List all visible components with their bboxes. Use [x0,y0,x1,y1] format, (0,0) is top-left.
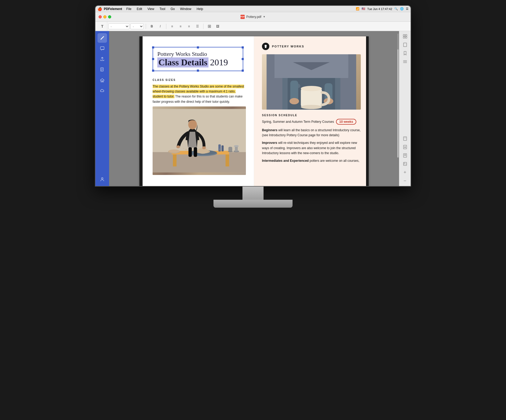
align-right-button[interactable]: ≡ [185,23,193,30]
handle-tr[interactable] [242,46,244,48]
black-bar-right [366,36,369,186]
right-sidebar-download-icon[interactable] [402,144,408,150]
handle-ml[interactable] [152,58,154,60]
sidebar-user-icon[interactable] [98,174,107,184]
svg-rect-54 [405,37,407,38]
svg-point-32 [219,149,220,150]
sidebar-cloud-icon[interactable] [98,86,107,95]
menu-file[interactable]: File [125,7,132,11]
svg-point-5 [101,178,103,179]
svg-rect-26 [188,147,192,157]
menu-search-icon[interactable]: 🔍 [394,7,398,11]
toolbar-divider-1 [146,24,146,29]
title-text-box[interactable]: Pottery Works Studio Class Details 2019 [153,47,243,71]
session-subtitle: Spring, Summer and Autumn Term Pottery C… [262,119,361,125]
menu-help[interactable]: Help [196,7,204,11]
minimize-button[interactable] [103,15,106,18]
improvers-label: Improvers [262,141,277,145]
right-sidebar-bookmark-icon[interactable] [402,50,408,56]
svg-rect-10 [173,154,177,166]
font-size-select[interactable]: - [130,23,144,29]
svg-point-24 [176,145,180,148]
svg-point-25 [202,146,206,149]
svg-point-20 [234,145,239,147]
handle-tl[interactable] [152,46,154,48]
close-button[interactable] [99,15,102,18]
menu-tool[interactable]: Tool [158,7,166,11]
app-name[interactable]: PDFelement [104,7,122,11]
pdf-page: Pottery Works Studio Class Details 2019 … [139,36,369,186]
session-section: SESSION SCHEDULE Spring, Summer and Autu… [262,114,361,163]
bold-button[interactable]: B [148,23,155,30]
table-button[interactable]: ⊞ [206,23,213,30]
sidebar-share-icon[interactable] [98,54,107,64]
toolbar-text-group: T [98,22,107,31]
text-tool-button[interactable]: T [99,23,106,30]
svg-point-31 [183,148,184,149]
right-sidebar-grid-icon[interactable] [402,33,408,40]
svg-point-30 [185,149,187,150]
maximize-button[interactable] [108,15,111,18]
mug-image [262,54,361,110]
align-left-button[interactable]: ≡ [168,23,176,30]
svg-rect-29 [221,145,223,151]
monitor-neck [242,187,264,200]
svg-rect-45 [301,89,322,107]
session-schedule-heading: SESSION SCHEDULE [262,114,361,117]
apple-menu[interactable]: 🍎 [98,7,102,11]
handle-bl[interactable] [152,70,154,72]
right-sidebar-page-icon[interactable] [402,42,408,48]
scroll-thumb[interactable] [397,34,398,50]
image-button[interactable]: 🖼 [214,23,221,30]
handle-br[interactable] [242,70,244,72]
pottery-logo-text: POTTERY WORKS [272,45,304,48]
font-family-select[interactable]: - [108,23,129,29]
titlebar: PDF Pottery.pdf ▼ [95,12,411,22]
italic-button[interactable]: I [157,23,164,30]
beginners-label: Beginners [262,128,278,132]
svg-point-23 [188,120,197,129]
page-left: Pottery Works Studio Class Details 2019 … [139,36,254,186]
menu-view[interactable]: View [146,7,155,11]
chevron-down-icon[interactable]: ▼ [263,15,266,18]
sidebar-left [95,31,109,186]
align-justify-button[interactable]: ☰ [194,23,201,30]
sidebar-pages-icon[interactable] [98,65,107,74]
app-window: PDF Pottery.pdf ▼ T - - B I [95,12,411,186]
pottery-logo: POTTERY WORKS [262,43,361,50]
right-sidebar-lines-icon[interactable] [402,58,408,65]
sidebar-home-icon[interactable] [98,75,107,85]
right-sidebar-minus-icon[interactable]: − [402,178,408,184]
right-sidebar-upload-icon[interactable] [402,152,408,159]
title-class-details: Class Details [157,57,208,67]
pdf-area[interactable]: Pottery Works Studio Class Details 2019 … [109,31,399,186]
svg-point-43 [290,98,299,104]
svg-point-46 [301,86,322,91]
sidebar-edit-icon[interactable] [98,33,107,43]
titlebar-center: PDF Pottery.pdf ▼ [240,15,265,19]
menu-window[interactable]: Window [179,7,192,11]
pottery-wheel-image [153,106,246,175]
intermediates-text: potters are welcome on all courses, [310,159,359,163]
menubar: 🍎 PDFelement File Edit View Tool Go Wind… [95,6,411,12]
right-sidebar-image-icon[interactable] [402,161,408,167]
svg-rect-11 [226,154,229,166]
right-sidebar-page2-icon[interactable] [402,135,408,142]
svg-point-33 [265,45,267,47]
toolbar-divider-2 [166,24,166,29]
menu-list-icon[interactable]: ☰ [406,7,408,11]
right-sidebar-add-icon[interactable]: + [402,169,408,175]
menu-edit[interactable]: Edit [136,7,143,11]
svg-rect-53 [403,37,405,38]
align-center-button[interactable]: ≡ [177,23,184,30]
svg-rect-0 [100,47,104,50]
sidebar-comment-icon[interactable] [98,44,107,53]
menu-globe-icon[interactable]: 🌐 [400,7,404,11]
menu-go[interactable]: Go [169,7,176,11]
mug-svg [262,54,361,110]
svg-point-47 [301,105,322,109]
scrollbar[interactable] [397,34,398,158]
menubar-right: 📶 🇺🇸 Tue Jun 4 17:47:42 🔍 🌐 ☰ [356,7,408,11]
svg-rect-28 [218,144,221,152]
handle-mr[interactable] [242,58,244,60]
